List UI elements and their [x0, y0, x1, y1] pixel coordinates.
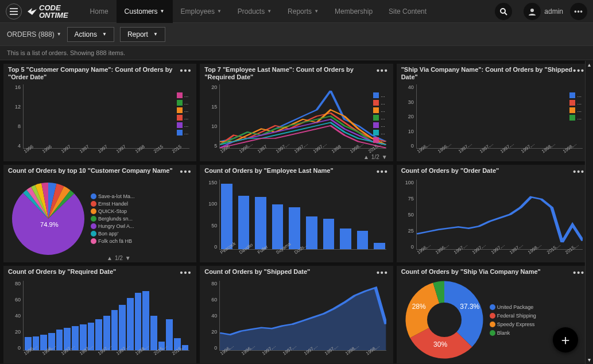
- nav-site-content[interactable]: Site Content: [381, 0, 435, 23]
- chart-legend: .....................: [373, 92, 385, 143]
- x-axis: 19961996,...19971997,...1997,...1997,...…: [219, 150, 386, 160]
- report-button[interactable]: Report▼: [120, 27, 165, 42]
- card-menu-button[interactable]: •••: [377, 268, 389, 277]
- svg-point-1: [530, 9, 534, 12]
- brand-line2: ONTIME: [39, 11, 68, 19]
- action-bar: ORDERS (888)▼ Actions▼ Report▼: [0, 23, 593, 46]
- caret-down-icon: ▼: [160, 9, 165, 14]
- caret-down-icon: ▼: [267, 9, 272, 14]
- chart-plot: [220, 180, 386, 249]
- chart-title: Count of Orders by "Order Date": [401, 167, 573, 175]
- x-axis: 1996,...1996,...1997,...1997,...1997,...…: [219, 352, 386, 362]
- brand-line1: CODE: [39, 4, 68, 11]
- card-menu-button[interactable]: •••: [573, 66, 585, 75]
- chart-plot: [24, 84, 189, 148]
- y-axis: 806040200: [204, 281, 218, 351]
- user-icon: [524, 3, 541, 20]
- chart-legend: United PackageFederal ShippingSpeedy Exp…: [490, 304, 536, 336]
- chart-legend: Save-a-lot Ma...Ernst HandelQUICK-StopBe…: [91, 193, 135, 244]
- card-menu-button[interactable]: •••: [180, 167, 192, 176]
- nav-employees[interactable]: Employees▼: [173, 0, 230, 23]
- x-axis: PeacockDavolioFullerSuyamaDods...: [219, 251, 386, 261]
- pie-chart: 74.9%: [8, 179, 88, 259]
- chart-pager[interactable]: ▲ 1/2 ▼: [107, 255, 131, 261]
- nav-reports[interactable]: Reports▼: [280, 0, 327, 23]
- chart-legend: ............: [569, 92, 582, 121]
- search-icon: [499, 7, 507, 16]
- caret-down-icon: ▼: [217, 9, 222, 14]
- chart-legend: ..................: [177, 92, 189, 135]
- svg-text:37.3%: 37.3%: [460, 303, 479, 311]
- caret-down-icon: ▼: [314, 9, 319, 14]
- y-axis: 806040200: [8, 281, 22, 351]
- x-axis: 1996,...1996,...1997,...1997,...1997,...…: [416, 251, 583, 261]
- nav-products[interactable]: Products▼: [230, 0, 280, 23]
- chart-title: Count of Orders by "Required Date": [8, 268, 180, 276]
- svg-text:74.9%: 74.9%: [40, 221, 59, 228]
- chart-title: Top 7 "Employee Last Name": Count of Ord…: [204, 66, 377, 81]
- caret-down-icon: ▼: [153, 32, 158, 37]
- chart-title: "Ship Via Company Name": Count of Orders…: [401, 66, 573, 81]
- add-button[interactable]: ＋: [553, 327, 578, 353]
- chart-title: Count of Orders by top 10 "Customer Comp…: [8, 167, 180, 175]
- vertical-scrollbar[interactable]: ▴ ▾: [585, 61, 593, 364]
- hamburger-icon: [10, 8, 18, 15]
- user-name: admin: [544, 7, 563, 16]
- caret-down-icon: ▼: [102, 32, 107, 37]
- chart-title: Count of Orders by "Employee Last Name": [204, 167, 377, 175]
- svg-point-0: [501, 9, 505, 13]
- topbar: CODE ONTIME Home Customers▼ Employees▼ P…: [0, 0, 593, 23]
- main-nav: Home Customers▼ Employees▼ Products▼ Rep…: [82, 0, 435, 23]
- y-axis: 161284: [8, 84, 22, 149]
- hamburger-menu-button[interactable]: [6, 3, 22, 20]
- card-menu-button[interactable]: •••: [573, 167, 585, 176]
- x-axis: 1996,...1996,...1997,...1997,...1997,...…: [23, 352, 189, 362]
- donut-chart: 37.3%30%28%: [401, 277, 487, 362]
- chart-plot: [220, 84, 386, 148]
- nav-home[interactable]: Home: [82, 0, 117, 23]
- chart-card-c5: Count of Orders by "Employee Last Name" …: [200, 165, 393, 262]
- chart-card-c6: Count of Orders by "Order Date" ••• 1007…: [397, 165, 590, 262]
- actions-button[interactable]: Actions▼: [67, 27, 114, 42]
- user-menu[interactable]: admin: [519, 3, 563, 20]
- chart-card-c2: Top 7 "Employee Last Name": Count of Ord…: [200, 64, 393, 161]
- chart-card-c4: Count of Orders by top 10 "Customer Comp…: [3, 165, 196, 262]
- card-menu-button[interactable]: •••: [180, 268, 192, 277]
- card-menu-button[interactable]: •••: [377, 66, 389, 75]
- card-menu-button[interactable]: •••: [377, 167, 389, 176]
- chart-title: Top 5 "Customer Company Name": Count of …: [8, 66, 180, 81]
- search-button[interactable]: [495, 3, 512, 20]
- y-axis: 2015105: [204, 84, 218, 149]
- svg-point-6: [427, 303, 462, 337]
- breadcrumb-orders[interactable]: ORDERS (888)▼: [7, 30, 61, 38]
- nav-customers[interactable]: Customers▼: [117, 0, 173, 23]
- brand-wing-icon: [26, 6, 38, 17]
- plus-icon: ＋: [559, 331, 572, 349]
- scroll-up-icon: ▴: [586, 61, 593, 69]
- chart-card-c3: "Ship Via Company Name": Count of Orders…: [397, 64, 590, 161]
- chart-plot: [417, 180, 583, 249]
- ellipsis-icon: •••: [574, 7, 583, 16]
- x-axis: 199619961997199719971997199820152015: [23, 150, 189, 160]
- card-menu-button[interactable]: •••: [180, 66, 192, 75]
- nav-membership[interactable]: Membership: [327, 0, 381, 23]
- list-summary-text: This is a list of orders. Showing 888 it…: [0, 46, 593, 60]
- y-axis: 1007550250: [401, 180, 415, 250]
- svg-text:30%: 30%: [433, 340, 447, 348]
- dashboard-grid: Top 5 "Customer Company Name": Count of …: [0, 60, 593, 363]
- y-axis: 403020100: [401, 84, 415, 149]
- y-axis: 150100500: [204, 180, 218, 250]
- x-axis: 1996,...1996,...1997,...1997,...1997,...…: [416, 150, 583, 160]
- more-menu-button[interactable]: •••: [570, 3, 587, 20]
- chart-title: Count of Orders by "Shipped Date": [204, 268, 377, 276]
- chart-card-c8: Count of Orders by "Shipped Date" ••• 80…: [200, 266, 393, 363]
- chart-plot: [24, 281, 189, 350]
- scroll-down-icon: ▾: [586, 356, 593, 364]
- chart-card-c1: Top 5 "Customer Company Name": Count of …: [3, 64, 196, 161]
- chart-card-c7: Count of Orders by "Required Date" ••• 8…: [3, 266, 196, 363]
- chart-pager[interactable]: ▲ 1/2 ▼: [363, 154, 387, 160]
- chart-title: Count of Orders by "Ship Via Company Nam…: [401, 268, 573, 276]
- caret-down-icon: ▼: [57, 32, 61, 37]
- brand-logo: CODE ONTIME: [26, 4, 68, 19]
- card-menu-button[interactable]: •••: [573, 268, 585, 277]
